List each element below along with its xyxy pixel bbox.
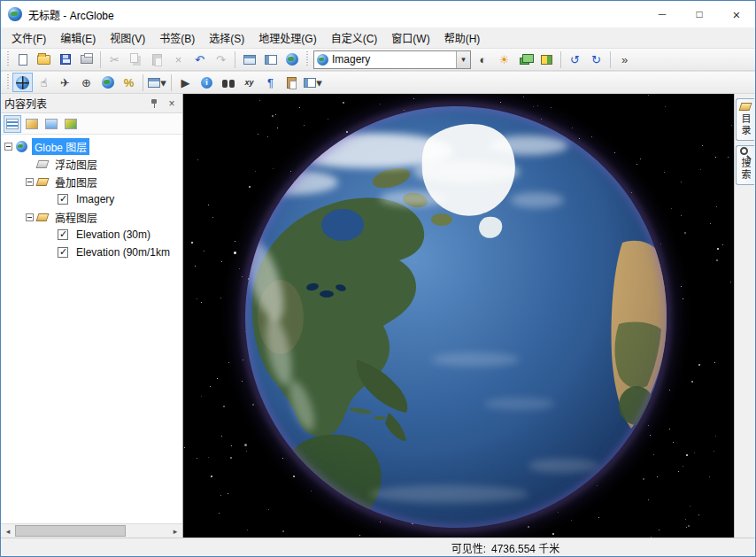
swipe-layer-button[interactable]	[536, 50, 557, 69]
globe-3d-view[interactable]	[183, 94, 734, 538]
center-target-button[interactable]: ⊕	[76, 73, 96, 92]
collapse-expander-icon[interactable]	[4, 143, 12, 151]
main-body: 内容列表 ×	[1, 94, 755, 538]
layer-icon	[36, 213, 50, 221]
tree-row-imagery[interactable]: Imagery	[1, 190, 182, 208]
find-button[interactable]	[218, 73, 238, 92]
save-button[interactable]	[55, 50, 75, 69]
collapse-expander-icon[interactable]	[26, 213, 34, 221]
menu-item[interactable]: 选择(S)	[202, 28, 251, 47]
spin-counterclockwise-button[interactable]: ↺	[565, 50, 585, 69]
tab-search[interactable]: 搜索	[736, 145, 754, 185]
layer-label[interactable]: 高程图层	[52, 209, 100, 226]
toolbar-overflow-button[interactable]: »	[614, 50, 635, 69]
minimize-button[interactable]: ─	[644, 1, 681, 27]
go-to-xy-button[interactable]: xy	[239, 73, 259, 92]
layer-visibility-checkbox[interactable]	[58, 194, 68, 205]
close-panel-button[interactable]: ×	[165, 97, 179, 111]
menu-item[interactable]: 书签(B)	[152, 28, 202, 47]
tree-row-elevation-30m[interactable]: Elevation (30m)	[1, 226, 182, 244]
image-overlay-button[interactable]	[282, 73, 302, 92]
tree-row-draped-layers[interactable]: 叠加图层	[1, 173, 182, 190]
cut-button[interactable]: ✂	[104, 50, 125, 69]
layer-label[interactable]: Globe 图层	[32, 138, 89, 155]
spin-clockwise-button[interactable]: ↻	[586, 50, 606, 69]
layer-label[interactable]: 叠加图层	[52, 174, 100, 190]
tab-catalog[interactable]: 目录	[736, 98, 754, 141]
float-viewer-button[interactable]	[239, 50, 259, 69]
layer-label[interactable]: 浮动图层	[52, 156, 100, 173]
viewer-window-button[interactable]: ▾	[147, 73, 167, 92]
pan-button[interactable]: ☝	[34, 73, 54, 92]
toc-options-button[interactable]	[62, 115, 80, 133]
window-controls: ─ □ ×	[644, 1, 755, 27]
redo-button[interactable]: ↷	[211, 50, 231, 69]
list-by-type-button[interactable]	[23, 115, 41, 133]
brightness-button[interactable]: ☀	[494, 50, 514, 69]
list-by-drawing-order-button[interactable]	[4, 115, 21, 133]
menu-item[interactable]: 帮助(H)	[437, 28, 488, 47]
menu-item[interactable]: 文件(F)	[4, 28, 53, 47]
new-document-button[interactable]	[12, 50, 33, 69]
title-bar[interactable]: 无标题 - ArcGlobe ─ □ ×	[1, 1, 755, 27]
contents-horizontal-scrollbar[interactable]: ◂ ▸	[1, 523, 182, 538]
layer-label[interactable]: Imagery	[73, 192, 117, 206]
close-button[interactable]: ×	[718, 1, 755, 27]
layer-of-interest-combo[interactable]: Imagery ▾	[313, 50, 471, 69]
contents-panel-toolbar	[1, 113, 182, 135]
tree-row-floating-layers[interactable]: 浮动图层	[1, 155, 182, 173]
zoom-scale-button[interactable]: %	[119, 73, 139, 92]
standard-toolbar: ✂ ×	[1, 48, 755, 71]
scrollbar-thumb[interactable]	[15, 525, 126, 537]
toolbar-grip[interactable]	[5, 74, 10, 90]
layer-label[interactable]: Elevation (90m/1km	[73, 245, 173, 259]
menu-item[interactable]: 地理处理(G)	[251, 28, 323, 47]
print-button[interactable]	[76, 50, 96, 69]
globe-viewer[interactable]	[183, 94, 734, 538]
tree-row-elevation-90m[interactable]: Elevation (90m/1km	[1, 244, 182, 261]
layer-icon	[317, 54, 328, 66]
pin-icon	[150, 99, 158, 108]
menu-item[interactable]: 编辑(E)	[53, 28, 103, 47]
menu-item[interactable]: 窗口(W)	[384, 28, 436, 47]
copy-button[interactable]	[126, 50, 146, 69]
contents-panel-header[interactable]: 内容列表 ×	[1, 94, 182, 113]
contrast-button[interactable]: ◐	[473, 50, 493, 69]
open-button[interactable]	[34, 50, 54, 69]
table-window-button[interactable]: ▾	[303, 73, 323, 92]
delete-button[interactable]: ×	[168, 50, 189, 69]
menu-bar: 文件(F) 编辑(E) 视图(V) 书签(B) 选择(S) 地理处理(G) 自定…	[1, 27, 755, 48]
combo-dropdown-arrow-icon[interactable]: ▾	[456, 51, 470, 68]
toolbar-separator-icon	[235, 51, 235, 68]
maximize-button[interactable]: □	[681, 1, 718, 27]
tree-row-globe-layers[interactable]: Globe 图层	[1, 137, 182, 155]
toolbar-grip[interactable]	[305, 51, 309, 67]
scrollbar-track[interactable]	[15, 524, 168, 538]
layer-icon	[36, 178, 50, 186]
undo-button[interactable]: ↶	[189, 50, 210, 69]
scroll-left-arrow-icon[interactable]: ◂	[1, 524, 15, 538]
menu-item[interactable]: 自定义(C)	[324, 28, 385, 47]
toolbar-grip[interactable]	[5, 51, 10, 67]
collapse-expander-icon[interactable]	[26, 178, 34, 186]
full-extent-button[interactable]	[97, 73, 118, 92]
globe-spin-button[interactable]	[282, 50, 302, 69]
layer-visibility-checkbox[interactable]	[58, 229, 68, 240]
fly-button[interactable]: ✈	[55, 73, 75, 92]
transparency-button[interactable]	[515, 50, 536, 69]
list-by-visibility-button[interactable]	[42, 115, 60, 133]
layer-label[interactable]: Elevation (30m)	[73, 228, 153, 242]
layer-visibility-checkbox[interactable]	[58, 247, 68, 258]
html-popup-button[interactable]: ¶	[260, 73, 281, 92]
scroll-right-arrow-icon[interactable]: ▸	[168, 524, 182, 538]
add-viewer-button[interactable]	[260, 50, 281, 69]
pin-button[interactable]	[147, 97, 161, 111]
paste-button[interactable]	[147, 50, 167, 69]
identify-button[interactable]	[197, 73, 217, 92]
tree-row-elevation-layers[interactable]: 高程图层	[1, 208, 182, 226]
select-features-button[interactable]: ▶	[175, 73, 196, 92]
visibility-label: 可见性:	[451, 540, 486, 555]
navigate-button[interactable]	[12, 73, 33, 92]
visibility-value: 4736.554 千米	[491, 540, 559, 555]
menu-item[interactable]: 视图(V)	[103, 28, 152, 47]
